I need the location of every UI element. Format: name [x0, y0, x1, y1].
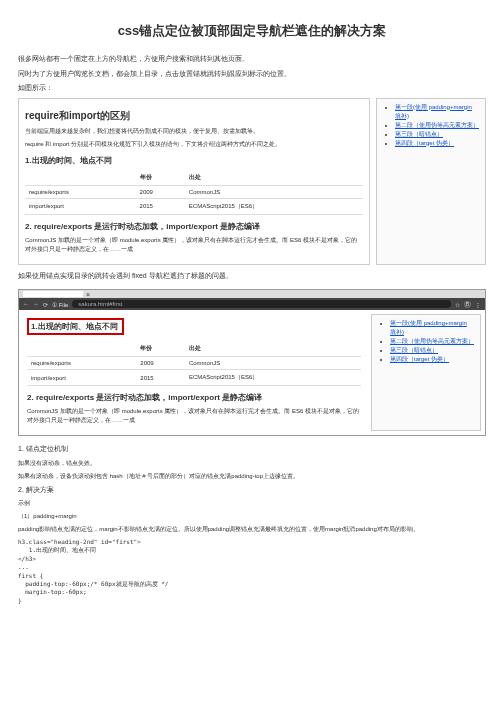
- table-row: import/export 2015 ECMAScript2015（ES6）: [27, 370, 361, 386]
- article-h1: require和import的区别: [25, 109, 363, 123]
- sidebar-link[interactable]: 第一段(使用 padding+margin 填补): [395, 104, 472, 119]
- sol-p: 如果没有滚动条，锚点失效。: [18, 459, 486, 468]
- sol-sub: 示例: [18, 499, 486, 508]
- article-table: 年份 出处 require/exports 2009 CommonJS impo…: [25, 170, 363, 215]
- intro-para: 同时为了方便用户阅览长文档，都会加上目录，点击放置锚就跳转到跟应到标示的位置。: [18, 69, 486, 80]
- sol-p: 如果有滚动条，设备负滚动到包含 hash（地址 # 号后面的部分）对应的锚点充满…: [18, 472, 486, 481]
- mid-para: 如果使用锚点实现目录的跳转会遇到 fixed 导航栏遮挡了标题的问题。: [18, 271, 486, 282]
- browser-urlbar: ← → ⟳ ① File sakura.html#first ☆ B ⋮: [19, 298, 485, 310]
- sidebar-link[interactable]: 第三段（暗锚点）: [395, 131, 443, 137]
- sidebar-link[interactable]: 第四段（target 伪类）: [395, 140, 454, 146]
- highlighted-heading: 1.出现的时间、地点不同: [27, 318, 124, 335]
- close-icon[interactable]: ×: [86, 291, 90, 298]
- article-h2: 1.出现的时间、地点不同: [25, 155, 363, 166]
- sidebar-link[interactable]: 第四段（target 伪类）: [390, 356, 449, 362]
- article-h2: 2. require/exports 是运行时动态加载，import/expor…: [25, 221, 363, 232]
- browser-tabbar: ×: [19, 290, 485, 298]
- browser-mock: × ← → ⟳ ① File sakura.html#first ☆ B ⋮ 1…: [18, 289, 486, 436]
- viewport-p: CommonJS 加载的是一个对象（即 module.exports 属性），该…: [27, 407, 361, 425]
- profile-icon[interactable]: B: [464, 301, 471, 308]
- menu-icon[interactable]: ⋮: [475, 301, 481, 308]
- page-title: css锚点定位被顶部固定导航栏遮住的解决方案: [18, 22, 486, 40]
- sidebar-link[interactable]: 第一段(使用 padding+margin 填补): [390, 320, 467, 335]
- sol-h: 2. 解决方案: [18, 485, 486, 496]
- url-field[interactable]: sakura.html#first: [72, 300, 451, 308]
- sidebar-link[interactable]: 第三段（暗锚点）: [390, 347, 438, 353]
- sol-p: padding影响锚点充满的定位，margin不影响锚点充满的定位。所以使用pa…: [18, 525, 486, 534]
- sidebar-link[interactable]: 第二段（使用伪等高元素方案）: [395, 122, 479, 128]
- sol-p: （1）padding+margin: [18, 512, 486, 521]
- code-block: h3.class="heading-2nd" id="first"> 1.出现的…: [18, 538, 486, 605]
- intro-para: 很多网站都有一个固定在上方的导航栏，方便用户搜索和跳转到其他页面。: [18, 54, 486, 65]
- article-p: 当前端应用越来越复杂时，我们想要将代码分割成不同的模块，便于复用、按需加载等。: [25, 127, 363, 136]
- article-main: require和import的区别 当前端应用越来越复杂时，我们想要将代码分割成…: [18, 98, 370, 265]
- viewport-main: 1.出现的时间、地点不同 年份 出处 require/exports 2009 …: [23, 314, 365, 431]
- viewport-sidebar: 第一段(使用 padding+margin 填补) 第二段（使用伪等高元素方案）…: [371, 314, 481, 431]
- table-row: import/export 2015 ECMAScript2015（ES6）: [25, 198, 363, 214]
- sidebar-link[interactable]: 第二段（使用伪等高元素方案）: [390, 338, 474, 344]
- star-icon[interactable]: ☆: [455, 301, 460, 308]
- file-label: ① File: [52, 301, 68, 308]
- forward-icon[interactable]: →: [33, 301, 39, 307]
- viewport-h2: 2. require/exports 是运行时动态加载，import/expor…: [27, 392, 361, 403]
- article-p: CommonJS 加载的是一个对象（即 module.exports 属性），该…: [25, 236, 363, 254]
- browser-tab[interactable]: [23, 291, 83, 297]
- intro-para: 如图所示：: [18, 83, 486, 94]
- sidebar: 第一段(使用 padding+margin 填补) 第二段（使用伪等高元素方案）…: [376, 98, 486, 265]
- viewport-table: 年份 出处 require/exports 2009 CommonJS impo…: [27, 341, 361, 386]
- article-p: require 和 import 分别是不同模块化规范下引入模块的语句，下文将介…: [25, 140, 363, 149]
- sol-h: 1. 锚点定位机制: [18, 444, 486, 455]
- back-icon[interactable]: ←: [23, 301, 29, 307]
- table-row: require/exports 2009 CommonJS: [27, 357, 361, 370]
- reload-icon[interactable]: ⟳: [43, 301, 48, 308]
- table-row: require/exports 2009 CommonJS: [25, 185, 363, 198]
